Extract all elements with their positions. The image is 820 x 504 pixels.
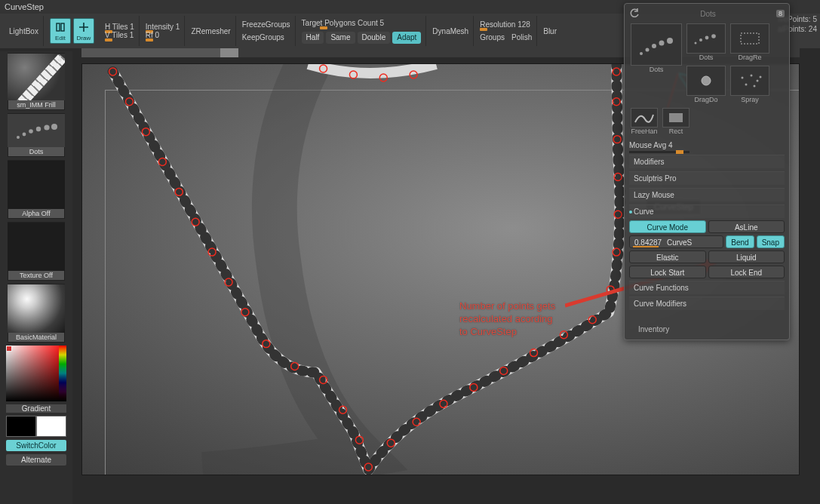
adapt-button[interactable]: Adapt [392,32,421,44]
curve-mode-button[interactable]: Curve Mode [629,220,706,233]
secondary-colors[interactable] [6,416,66,437]
switchcolor-button[interactable]: SwitchColor [6,440,66,451]
svg-point-4 [29,129,33,134]
active-color-indicator [6,346,12,352]
section-curve[interactable]: Curve [629,204,785,218]
svg-point-48 [699,38,702,41]
svg-point-6 [44,124,49,130]
color-white[interactable] [36,416,66,437]
brush-dots[interactable]: Dots [685,22,727,63]
lock-end-button[interactable]: Lock End [708,266,785,278]
zremesher-button[interactable]: ZRemesher [186,16,235,46]
section-lazy-mouse[interactable]: Lazy Mouse [629,188,785,201]
svg-point-58 [754,85,756,88]
svg-point-43 [646,48,650,52]
hue-strip[interactable] [59,346,66,401]
curve-controls: Curve Mode AsLine 0.84287 CurveS Bend Sn… [629,220,785,310]
stroke-swatch[interactable]: Dots [8,113,65,157]
annotation-line-1: Number of points gets [459,300,555,312]
color-black[interactable] [6,416,36,437]
panel-badge: 8 [776,10,785,17]
svg-point-3 [23,133,26,137]
curvestep-label: CurveS [667,238,692,247]
svg-point-46 [667,38,673,44]
svg-point-8 [109,68,117,75]
panel-title: Dots [700,10,716,18]
svg-point-42 [640,52,643,55]
gradient-button[interactable]: Gradient [6,404,66,413]
svg-point-53 [705,79,708,82]
brush-dragrect[interactable]: DragRe [729,22,771,63]
groups-button[interactable]: Groups [480,33,505,41]
freezegroups-button[interactable]: FreezeGroups [242,20,290,29]
curvestep-slider[interactable]: 0.84287 CurveS [629,235,723,248]
lightbox-button[interactable]: LightBox [5,16,44,46]
brush-dragdot[interactable]: DragDo [685,64,727,105]
brush-rect[interactable]: Rect [661,106,691,137]
texture-thumb [8,223,65,271]
dots-thumb [8,114,65,147]
svg-point-7 [51,124,57,130]
svg-point-56 [757,80,759,82]
section-curve-modifiers[interactable]: Curve Modifiers [629,297,785,310]
texture-swatch[interactable]: Texture Off [8,222,65,281]
half-button[interactable]: Half [302,32,324,44]
alpha-swatch[interactable]: Alpha Off [8,160,65,219]
svg-rect-60 [669,113,683,122]
brush-freehand-label: FreeHan [631,128,657,135]
brush-dots-label: Dots [699,54,714,61]
texture-label: Texture Off [8,271,64,280]
inventory-label[interactable]: Inventory [629,325,785,333]
brush-dots-big[interactable]: Dots [629,22,683,105]
liquid-button[interactable]: Liquid [708,250,785,263]
brush-name-label: sm_IMM Frill [8,100,64,109]
mouse-avg-slider[interactable]: Mouse Avg 4 [629,141,785,152]
lock-start-button[interactable]: Lock Start [629,266,706,278]
brush-dots-big-label: Dots [650,66,664,73]
svg-point-54 [742,77,744,79]
section-curve-functions[interactable]: Curve Functions [629,281,785,294]
material-swatch[interactable]: BasicMaterial [8,284,65,343]
snap-button[interactable]: Snap [757,235,785,248]
section-modifiers[interactable]: Modifiers [629,155,785,168]
svg-point-5 [36,127,41,131]
brush-spray[interactable]: Spray [729,64,771,105]
elastic-button[interactable]: Elastic [629,250,706,263]
material-label: BasicMaterial [8,333,64,342]
svg-rect-0 [57,23,60,31]
svg-point-45 [659,41,665,46]
color-picker[interactable] [6,346,66,401]
svg-point-50 [711,34,716,38]
edit-label: Edit [55,35,66,41]
svg-point-49 [705,36,709,40]
left-panel: 4 sm_IMM Frill Dots Alpha Off Texture Of… [0,51,72,504]
svg-point-37 [613,68,620,75]
asline-button[interactable]: AsLine [708,220,785,233]
double-button[interactable]: Double [358,32,391,44]
svg-point-2 [17,136,20,139]
blur-slider[interactable]: Blur [543,27,557,35]
material-thumb [8,284,65,333]
annotation-text: Number of points gets recalculated acord… [459,300,555,338]
svg-point-41 [410,71,417,78]
refresh-icon[interactable] [629,8,640,19]
same-button[interactable]: Same [326,32,355,44]
section-sculptris[interactable]: Sculptris Pro [629,171,785,185]
alternate-button[interactable]: Alternate [6,454,66,466]
polish-button[interactable]: Polish [511,33,532,41]
brush-dragdot-label: DragDo [694,96,717,103]
keepgroups-button[interactable]: KeepGroups [242,33,290,41]
brush-freehand[interactable]: FreeHan [629,106,659,137]
edit-mode-button[interactable]: Edit [50,18,71,44]
app-title: CurveStep [5,2,44,11]
svg-point-40 [379,74,387,81]
bend-button[interactable]: Bend [726,235,754,248]
brush-swatch[interactable]: 4 sm_IMM Frill [8,53,65,110]
draw-mode-button[interactable]: Draw [73,18,94,44]
svg-point-44 [652,44,656,48]
svg-rect-1 [61,23,64,31]
brush-rect-label: Rect [669,128,683,135]
annotation-line-2: recalculated acording [459,312,555,325]
dynamesh-button[interactable]: DynaMesh [428,16,474,46]
svg-point-57 [745,84,748,86]
